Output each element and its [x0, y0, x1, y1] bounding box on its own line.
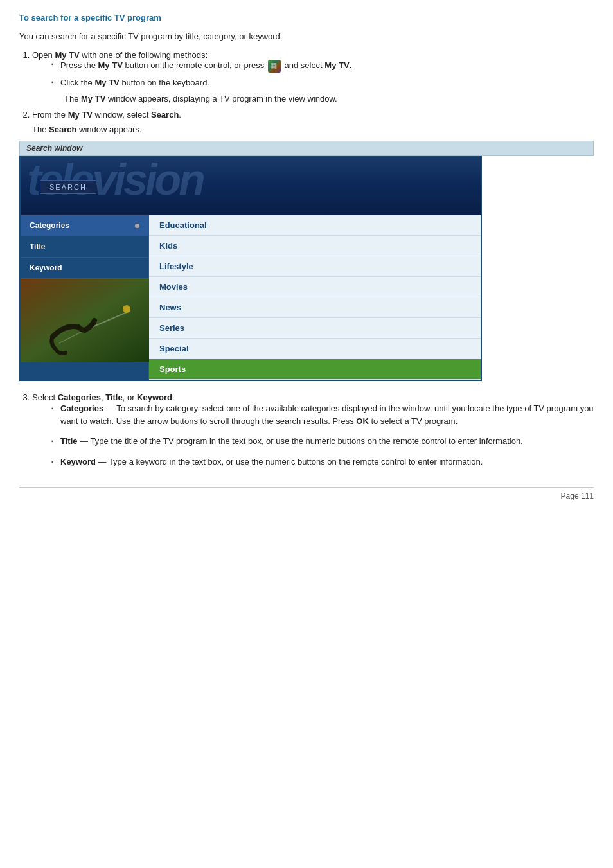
sidebar-dot — [135, 224, 139, 228]
intro-paragraph: You can search for a specific TV program… — [19, 31, 594, 41]
category-kids[interactable]: Kids — [149, 236, 481, 256]
step-1: Open My TV with one of the following met… — [32, 50, 594, 103]
desc-ok-bold: OK — [356, 416, 369, 426]
bullet-2: Click the My TV button on the keyboard. — [51, 78, 594, 87]
step1-text: Open My TV with one of the following met… — [32, 50, 208, 60]
desc-categories: Categories — To search by category, sele… — [51, 402, 594, 427]
search-window: television SEARCH Categories Title Keywo… — [19, 156, 482, 381]
sidebar-keyword-label: Keyword — [30, 263, 62, 272]
note1-bold: My TV — [81, 94, 105, 103]
category-series[interactable]: Series — [149, 318, 481, 339]
desc-title-bold: Title — [60, 436, 78, 446]
category-sports[interactable]: Sports — [149, 359, 481, 380]
step2-mytv: My TV — [68, 110, 93, 120]
note-2: The Search window appears. — [32, 125, 594, 134]
svg-point-3 — [123, 305, 130, 313]
search-sidebar: Categories Title Keyword — [21, 215, 149, 380]
page-title: To search for a specific TV program — [19, 13, 594, 22]
search-window-label: Search window — [19, 141, 594, 156]
sidebar-image-inner — [21, 279, 149, 362]
desc-keyword-bold: Keyword — [60, 457, 96, 466]
svg-rect-0 — [21, 279, 149, 362]
desc-title: Title — Type the title of the TV program… — [51, 435, 594, 448]
bullet2-bold: My TV — [94, 78, 119, 87]
sidebar-item-title[interactable]: Title — [21, 236, 148, 258]
desc-categories-bold: Categories — [60, 403, 103, 413]
page-number: Page 111 — [19, 487, 594, 500]
step2-search: Search — [151, 110, 179, 120]
step3-description-list: Categories — To search by category, sele… — [51, 402, 594, 468]
step-3: Select Categories, Title, or Keyword. Ca… — [32, 393, 594, 468]
step1-app: My TV — [55, 50, 79, 60]
steps-list: Open My TV with one of the following met… — [32, 50, 594, 134]
bullet1-select: My TV — [324, 60, 349, 70]
step3-list: Select Categories, Title, or Keyword. Ca… — [32, 393, 594, 468]
sidebar-item-keyword[interactable]: Keyword — [21, 258, 148, 279]
sidebar-categories-label: Categories — [30, 221, 69, 230]
desc-keyword: Keyword — Type a keyword in the text box… — [51, 456, 594, 468]
search-body: Categories Title Keyword — [21, 215, 481, 380]
category-movies[interactable]: Movies — [149, 277, 481, 297]
note-1: The My TV window appears, displaying a T… — [64, 94, 594, 103]
search-header: television SEARCH — [21, 157, 481, 215]
category-educational[interactable]: Educational — [149, 215, 481, 236]
bullet-1: Press the My TV button on the remote con… — [51, 60, 594, 73]
sidebar-image — [21, 279, 149, 362]
category-lifestyle[interactable]: Lifestyle — [149, 256, 481, 277]
search-categories: Educational Kids Lifestyle Movies News S… — [149, 215, 481, 380]
note2-bold: Search — [49, 125, 76, 134]
step3-keyword: Keyword — [137, 393, 172, 402]
step1-bullets: Press the My TV button on the remote con… — [51, 60, 594, 87]
category-news[interactable]: News — [149, 297, 481, 318]
search-label: SEARCH — [40, 180, 96, 194]
sports-image-svg — [21, 279, 149, 362]
remote-icon — [268, 60, 281, 73]
category-special[interactable]: Special — [149, 339, 481, 359]
bullet1-bold: My TV — [98, 60, 123, 70]
step3-title: Title — [105, 393, 123, 402]
sidebar-title-label: Title — [30, 242, 45, 251]
step3-categories: Categories — [58, 393, 101, 402]
sidebar-item-categories[interactable]: Categories — [21, 215, 148, 236]
step-2: From the My TV window, select Search. Th… — [32, 110, 594, 134]
